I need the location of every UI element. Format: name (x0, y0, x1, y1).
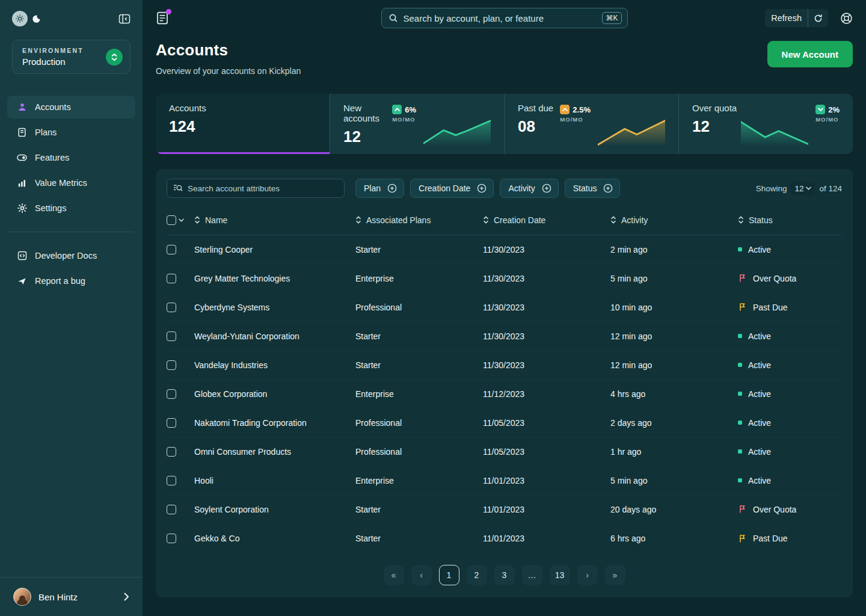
delta-period: MO/MO (560, 116, 591, 123)
search-input[interactable] (404, 13, 597, 23)
page-size-select[interactable]: 12 (791, 182, 815, 196)
row-select (167, 505, 194, 514)
theme-toggle[interactable] (12, 11, 41, 26)
metrics-icon (17, 179, 27, 188)
attribute-search-input[interactable] (188, 184, 338, 193)
sidebar-item-value-metrics[interactable]: Value Metrics (7, 171, 135, 194)
row-checkbox[interactable] (167, 389, 176, 399)
stat-trend: 6%MO/MO (392, 103, 491, 146)
row-checkbox[interactable] (167, 303, 176, 312)
help-icon[interactable] (840, 12, 853, 25)
row-checkbox[interactable] (167, 331, 176, 341)
column-header-creation-date[interactable]: Creation Date (483, 215, 610, 225)
showing-total: of 124 (819, 184, 842, 193)
filter-chip-plan[interactable]: Plan (355, 179, 404, 198)
cell-plan: Starter (355, 331, 483, 341)
pagination-first[interactable]: « (384, 565, 404, 585)
environment-switch-icon[interactable] (106, 49, 123, 66)
pagination-page-13[interactable]: 13 (550, 565, 570, 585)
refresh-button[interactable]: Refresh (765, 9, 828, 27)
user-menu[interactable]: Ben Hintz (0, 577, 143, 616)
cell-created: 11/05/2023 (483, 418, 610, 428)
row-checkbox[interactable] (167, 505, 176, 514)
cell-name: Omni Consumer Products (194, 447, 355, 457)
pagination-next[interactable]: › (577, 565, 598, 585)
search-shortcut-badge: ⌘K (602, 12, 621, 24)
table-row[interactable]: Soylent CorporationStarter11/01/202320 d… (167, 495, 842, 524)
sidebar-item-report-a-bug[interactable]: Report a bug (7, 270, 135, 292)
table-row[interactable]: HooliEnterprise11/01/20235 min agoActive (167, 466, 842, 495)
column-header-name[interactable]: Name (194, 215, 355, 225)
row-checkbox[interactable] (167, 274, 176, 283)
column-header-status[interactable]: Status (738, 215, 842, 225)
new-account-button[interactable]: New Account (767, 41, 853, 67)
table-row[interactable]: Globex CorporationEnterprise11/12/20234 … (167, 380, 842, 408)
sidebar-item-label: Value Metrics (35, 178, 87, 188)
row-select (167, 331, 194, 341)
status-flag-icon (738, 534, 747, 543)
row-checkbox[interactable] (167, 245, 176, 254)
sidebar-item-developer-docs[interactable]: Developer Docs (7, 244, 135, 267)
table-row[interactable]: Nakatomi Trading CorporationProfessional… (167, 408, 842, 437)
sidebar-item-settings[interactable]: Settings (7, 197, 135, 220)
table-row[interactable]: Grey Matter TechnologiesEnterprise11/30/… (167, 264, 842, 293)
global-search[interactable]: ⌘K (381, 8, 628, 28)
sidebar-item-features[interactable]: Features (7, 146, 135, 169)
stat-label: New accounts (343, 103, 392, 123)
row-checkbox[interactable] (167, 476, 176, 485)
table-row[interactable]: Weyland-Yutani CorporationStarter11/30/2… (167, 322, 842, 351)
stat-card-over-quota[interactable]: Over quota122%MO/MO (678, 94, 853, 154)
changelog-icon[interactable] (156, 11, 169, 25)
delta-down-icon (815, 105, 825, 114)
filter-chip-activity[interactable]: Activity (500, 179, 558, 198)
select-all-checkbox[interactable] (167, 215, 176, 225)
cell-status: Past Due (738, 534, 842, 543)
row-checkbox[interactable] (167, 447, 176, 457)
sparkline-chart (741, 119, 808, 146)
collapse-sidebar-icon[interactable] (118, 14, 131, 24)
table-row[interactable]: Cyberdyne SystemsProfessional11/30/20231… (167, 293, 842, 322)
status-label: Active (748, 389, 771, 399)
stat-card-new-accounts[interactable]: New accounts126%MO/MO (330, 94, 504, 154)
row-checkbox[interactable] (167, 360, 176, 370)
column-header-associated-plans[interactable]: Associated Plans (355, 215, 483, 225)
table-row[interactable]: Omni Consumer ProductsProfessional11/05/… (167, 437, 842, 466)
cell-created: 11/05/2023 (483, 447, 610, 457)
environment-selector[interactable]: ENVIRONMENT Production (12, 40, 131, 74)
pagination-last[interactable]: » (605, 565, 625, 585)
table-row[interactable]: Sterling CooperStarter11/30/20232 min ag… (167, 235, 842, 264)
moon-icon[interactable] (32, 14, 41, 23)
cell-status: Active (738, 360, 842, 370)
sun-icon[interactable] (12, 11, 28, 26)
pagination-page-2[interactable]: 2 (467, 565, 487, 585)
filter-chip-status[interactable]: Status (565, 179, 621, 198)
table-row[interactable]: Vandelay IndustriesStarter11/30/202312 m… (167, 351, 842, 380)
status-label: Over Quota (753, 274, 796, 283)
pagination-prev[interactable]: ‹ (411, 565, 432, 585)
sidebar-item-accounts[interactable]: Accounts (7, 96, 135, 119)
top-bar-actions: Refresh (765, 9, 853, 27)
column-label: Activity (621, 215, 648, 225)
cell-name: Sterling Cooper (194, 245, 355, 254)
pagination-page-3[interactable]: 3 (494, 565, 515, 585)
stat-label: Over quota (692, 103, 737, 113)
table-row[interactable]: Gekko & CoStarter11/01/20236 hrs agoPast… (167, 524, 842, 553)
pagination-ellipsis[interactable]: … (522, 565, 542, 585)
column-header-activity[interactable]: Activity (610, 215, 738, 225)
cell-plan: Starter (355, 245, 483, 254)
status-label: Past Due (753, 534, 788, 543)
stat-card-accounts[interactable]: Accounts124 (156, 94, 330, 154)
attribute-search[interactable] (167, 179, 345, 198)
status-label: Active (748, 447, 771, 457)
filter-chip-creation-date[interactable]: Creation Date (410, 179, 494, 198)
pagination-page-1[interactable]: 1 (439, 565, 459, 585)
cell-plan: Professional (355, 303, 483, 312)
row-checkbox[interactable] (167, 418, 176, 428)
cell-created: 11/01/2023 (483, 476, 610, 485)
status-label: Active (748, 245, 771, 254)
delta-value: 2% (828, 105, 840, 114)
sidebar-item-plans[interactable]: Plans (7, 121, 135, 144)
chevron-down-icon[interactable] (179, 218, 184, 222)
stat-card-past-due[interactable]: Past due082.5%MO/MO (504, 94, 678, 154)
row-checkbox[interactable] (167, 534, 176, 543)
